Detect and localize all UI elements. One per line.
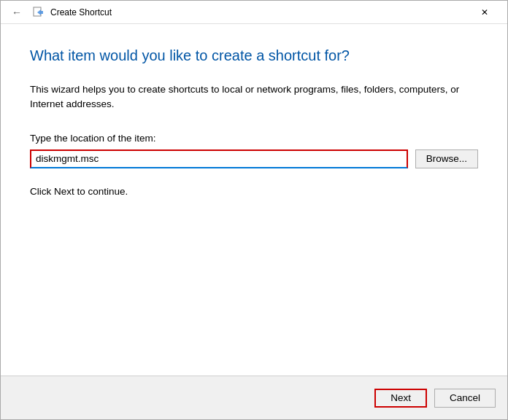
create-shortcut-window: ← Create Shortcut ✕ What item would you … — [0, 0, 508, 420]
page-heading: What item would you like to create a sho… — [30, 46, 478, 65]
next-button[interactable]: Next — [374, 389, 427, 408]
cancel-button[interactable]: Cancel — [434, 389, 496, 408]
window-title: Create Shortcut — [50, 7, 112, 18]
footer: Next Cancel — [1, 376, 507, 419]
click-next-text: Click Next to continue. — [30, 186, 478, 197]
close-button[interactable]: ✕ — [468, 1, 501, 24]
title-bar-left: ← Create Shortcut — [1, 2, 112, 23]
location-label: Type the location of the item: — [30, 133, 478, 144]
location-row: Browse... — [30, 149, 478, 168]
description-text: This wizard helps you to create shortcut… — [30, 82, 478, 112]
back-button[interactable]: ← — [7, 2, 27, 23]
main-content: What item would you like to create a sho… — [1, 24, 507, 376]
title-bar: ← Create Shortcut ✕ — [1, 1, 507, 24]
shortcut-icon — [33, 7, 45, 18]
browse-button[interactable]: Browse... — [415, 149, 478, 168]
location-input[interactable] — [30, 149, 408, 168]
